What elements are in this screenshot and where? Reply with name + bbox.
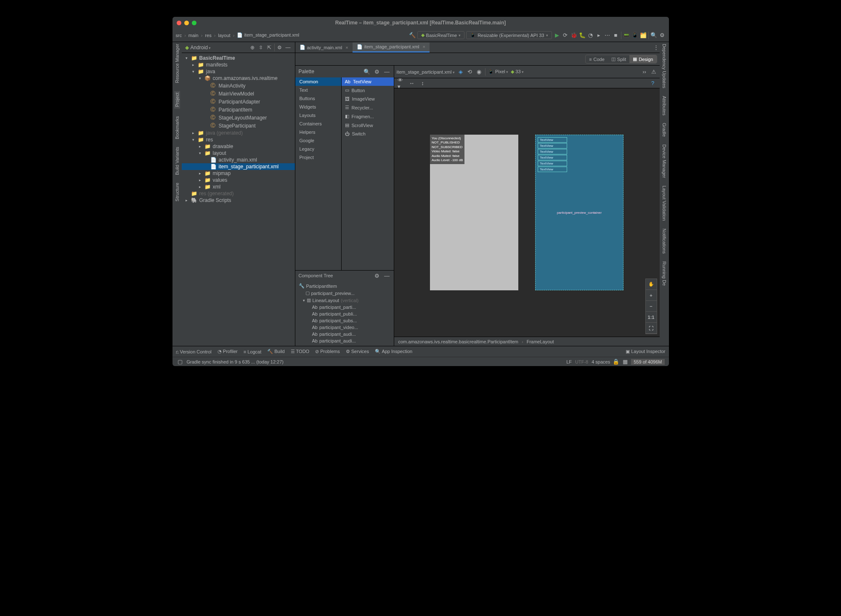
rail-gradle[interactable]: Gradle [662,123,667,137]
design-preview[interactable]: You (Disconnected) NOT_PUBLISHED NOT_SUB… [430,135,518,290]
blueprint-item[interactable]: TextView [538,167,567,172]
rail-bookmarks[interactable]: Bookmarks [175,116,180,139]
tree-mipmap[interactable]: ▸📁mipmap [182,170,295,177]
component-tree-hide-icon[interactable]: — [384,272,390,279]
ct-item[interactable]: Abparticipant_audi... [295,337,394,344]
tree-manifests[interactable]: ▸📁manifests [182,61,295,68]
palette-category[interactable]: Helpers [295,128,341,136]
tree-class[interactable]: ⒸParticipantAdapter [182,98,295,106]
memory-indicator[interactable]: 559 of 4096M [631,359,664,365]
zoom-reset-button[interactable]: 1:1 [646,312,657,323]
bottom-tab[interactable]: ☰ TODO [291,349,309,354]
line-ending[interactable]: LF [566,359,572,364]
bottom-tab[interactable]: ⎌ Version Control [176,349,212,354]
bottom-tab[interactable]: 🔍 App Inspection [375,349,412,354]
layers-icon[interactable]: ◈ [457,69,464,75]
tree-java[interactable]: ▾📁java [182,68,295,75]
close-icon[interactable] [177,21,181,25]
rail-structure[interactable]: Structure [175,183,180,202]
crumb[interactable]: src [176,33,182,38]
rail-resource-manager[interactable]: Resource Manager [175,44,180,83]
rail-attributes[interactable]: Attributes [662,96,667,115]
coverage-icon[interactable]: 🐛 [579,32,586,39]
project-view-mode[interactable]: Android [191,45,211,50]
tree-gradle-scripts[interactable]: ▸🐘Gradle Scripts [182,197,295,204]
blueprint-item[interactable]: TextView [538,149,567,154]
overflow-icon[interactable]: ›› [641,69,648,75]
apply-changes-icon[interactable]: ⟳ [562,32,569,39]
view-split-button[interactable]: ◫Split [608,55,629,63]
tree-java-gen[interactable]: ▸📁java (generated) [182,130,295,136]
device-selector[interactable]: 📱 Pixel [488,69,508,74]
tree-res-gen[interactable]: 📁res (generated) [182,190,295,197]
crumb[interactable]: layout [218,33,230,38]
tree-class[interactable]: ⒸParticipantItem [182,106,295,114]
palette-search-icon[interactable] [363,68,370,75]
zoom-out-button[interactable]: − [646,301,657,312]
tree-class[interactable]: ⒸMainActivity [182,82,295,90]
palette-widget[interactable]: ⏻Switch [342,130,394,138]
rail-notifications[interactable]: Notifications [662,228,667,254]
attach-icon[interactable]: ▸ [596,32,602,39]
tree-layout-file[interactable]: 📄activity_main.xml [182,157,295,163]
gear-icon[interactable] [276,44,283,51]
component-tree-gear-icon[interactable] [374,272,380,279]
bottom-tab[interactable]: ◔ Profiler [218,349,238,354]
rail-device-manager[interactable]: Device Manager [662,144,667,178]
eye-icon[interactable]: 👁 ▾ [398,80,404,87]
tree-root[interactable]: ▾📁BasicRealTime [182,55,295,61]
bottom-tab[interactable]: 🔨 Build [267,349,285,354]
tree-res[interactable]: ▾📁res [182,136,295,143]
rotate-icon[interactable]: ⟲ [467,69,473,75]
tree-drawable[interactable]: ▸📁drawable [182,143,295,150]
view-code-button[interactable]: ≡Code [586,55,608,63]
breadcrumb[interactable]: src main res layout 📄 item_stage_partici… [176,32,300,38]
sdk-icon[interactable]: 📱 [631,32,638,39]
notif-icon[interactable]: ▦ [622,358,629,365]
palette-category[interactable]: Text [295,86,341,94]
warnings-icon[interactable]: ⚠ [650,69,657,75]
expand-icon[interactable]: ⇳ [257,44,264,51]
resize-h-icon[interactable]: ↔ [409,80,415,87]
design-file-selector[interactable]: item_stage_participant.xml [397,69,455,74]
design-crumb-child[interactable]: FrameLayout [527,339,554,344]
profile-icon[interactable]: ◔ [587,32,594,39]
avd-icon[interactable]: 📟 [623,32,630,39]
palette-category[interactable]: Layouts [295,111,341,119]
tree-xml[interactable]: ▸📁xml [182,183,295,190]
tree-package[interactable]: ▾📦com.amazonaws.ivs.realtime [182,75,295,82]
tab-activity-main[interactable]: 📄activity_main.xml× [295,43,353,52]
indent[interactable]: 4 spaces [592,359,610,364]
palette-category[interactable]: Google [295,136,341,145]
tree-class[interactable]: ⒸStageLayoutManager [182,114,295,122]
more-icon[interactable]: ⋯ [604,32,611,39]
ct-item[interactable]: Abparticipant_parti... [295,304,394,311]
blueprint-item[interactable]: TextView [538,143,567,149]
palette-widget[interactable]: 🖼ImageView [342,95,394,103]
blueprint-preview[interactable]: TextView TextView TextView TextView Text… [535,135,623,290]
stop-icon[interactable]: ■ [613,32,619,39]
collapse-icon[interactable]: ⇱ [266,44,273,51]
blueprint-item[interactable]: TextView [538,137,567,143]
screen-icon[interactable]: ◉ [476,69,483,75]
run-icon[interactable]: ▶ [554,32,560,39]
project-tree[interactable]: ▾📁BasicRealTime ▸📁manifests ▾📁java ▾📦com… [182,53,295,346]
palette-category[interactable]: Common [295,77,341,86]
ct-linearlayout[interactable]: ▾▥LinearLayout (vertical) [295,297,394,304]
search-icon[interactable] [650,32,657,39]
ct-item[interactable]: ▢participant_preview... [295,289,394,297]
ct-item[interactable]: Abparticipant_video... [295,324,394,331]
palette-widget[interactable]: AbTextView [342,77,394,86]
ct-root[interactable]: 🔧ParticipantItem [295,282,394,289]
palette-gear-icon[interactable] [374,68,380,75]
design-crumb-path[interactable]: com.amazonaws.ivs.realtime.basicrealtime… [398,339,519,344]
blueprint-item[interactable]: TextView [538,161,567,166]
crumb[interactable]: main [188,33,199,38]
settings-icon[interactable] [659,32,666,39]
encoding[interactable]: UTF-8 [575,359,588,364]
palette-category[interactable]: Containers [295,119,341,128]
resize-v-icon[interactable]: ↕ [419,80,426,87]
debug-icon[interactable]: 🐞 [570,32,577,39]
view-design-button[interactable]: ▦Design [629,55,656,63]
lock-icon[interactable]: 🔒 [613,358,619,365]
